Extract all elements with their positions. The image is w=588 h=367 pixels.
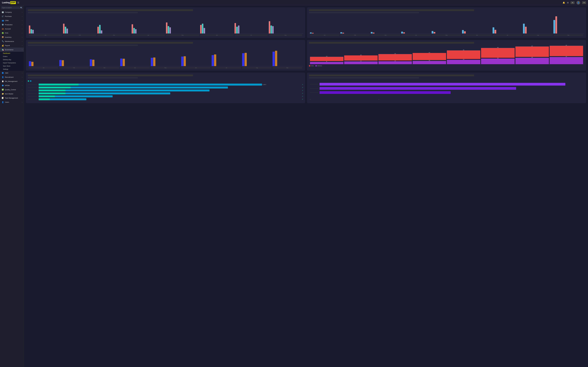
x-label: Jun bbox=[181, 67, 211, 69]
bar bbox=[184, 56, 186, 66]
search-input[interactable] bbox=[2, 7, 20, 8]
purple-hbar-row bbox=[310, 87, 583, 90]
sidebar-item-account[interactable]: 💼 Account › bbox=[0, 27, 24, 31]
topbar: Lasting ERP ☰ 🔔 ⊞ ▼ 👤 ▼ bbox=[0, 0, 588, 5]
purple-hbar-bar bbox=[320, 83, 565, 85]
bar-num-bot: 92 bbox=[326, 61, 327, 62]
chart1-subtitle bbox=[28, 12, 138, 13]
submenu-item-dashboard[interactable]: Dashboard bbox=[0, 52, 24, 55]
x-label: Jul bbox=[212, 67, 241, 69]
chevron-right-icon: › bbox=[22, 81, 22, 82]
chevron-right-icon: › bbox=[22, 72, 22, 74]
bar bbox=[168, 26, 169, 33]
chart1-xaxis: Jan Feb Mar Apr May Jun Jul Aug bbox=[28, 34, 303, 36]
topbar-btn2[interactable]: ▼ bbox=[582, 1, 586, 4]
chevron-right-icon: › bbox=[22, 11, 22, 13]
chevron-right-icon: › bbox=[22, 32, 22, 34]
bar-group bbox=[97, 25, 131, 33]
arrow-icon: ↗ bbox=[302, 90, 303, 91]
sidebar-item-quality-control[interactable]: ✅ Quality_Control › bbox=[0, 88, 24, 92]
bar-group bbox=[90, 59, 119, 66]
x-label: Apr bbox=[401, 34, 431, 36]
sidebar-item-users[interactable]: 👤 Users › bbox=[0, 100, 24, 104]
sidebar-item-company[interactable]: 🏢 Company › bbox=[0, 10, 24, 14]
bar bbox=[135, 29, 136, 33]
bar bbox=[90, 59, 92, 66]
bar-segment-bot bbox=[378, 61, 412, 64]
chart2-xaxis: Jan Feb Mar Apr May Jun Jul Aug Sep bbox=[309, 34, 584, 36]
sidebar-item-purchase[interactable]: 🛒 Purchase › bbox=[0, 14, 24, 18]
bar-segment-bot bbox=[447, 60, 480, 64]
legend-dot-blue bbox=[30, 80, 31, 82]
bar bbox=[310, 33, 312, 33]
users-icon: 👤 bbox=[1, 101, 4, 103]
bar-num-bot: 337 bbox=[566, 56, 567, 57]
arrow-icon: ↗ bbox=[302, 87, 303, 88]
chevron-right-icon: › bbox=[22, 36, 22, 38]
sidebar-item-bid-management[interactable]: 📋 Bid_Management › bbox=[0, 79, 24, 83]
hamburger-icon[interactable]: ☰ bbox=[17, 1, 19, 4]
sidebar-item-maintenance[interactable]: 🔧 Maintenance › bbox=[0, 39, 24, 43]
hbar-row: ↗ bbox=[28, 87, 303, 89]
search-icon: 🔍 bbox=[20, 7, 22, 8]
hbar-bar-wrap bbox=[39, 92, 301, 94]
bar-group bbox=[273, 51, 302, 66]
sidebar-item-pos[interactable]: 🟢 POS › bbox=[0, 31, 24, 35]
x-label: Aug bbox=[242, 67, 272, 69]
bar bbox=[494, 30, 496, 33]
sidebar-item-item-master[interactable]: 📁 Item Master › bbox=[0, 92, 24, 96]
bar-segment-top bbox=[550, 46, 583, 56]
bar bbox=[59, 60, 61, 66]
bar bbox=[272, 26, 274, 33]
topbar-btn1[interactable]: ▼ bbox=[571, 1, 574, 4]
bar-segment-top bbox=[378, 54, 412, 60]
bell-icon[interactable]: 🔔 bbox=[562, 1, 565, 4]
chart3-title bbox=[28, 42, 193, 44]
hbar-label bbox=[28, 87, 38, 88]
sidebar-item-crm[interactable]: 👥 CRM › bbox=[0, 18, 24, 23]
bar bbox=[32, 30, 34, 33]
legend-item-deliveries: Deliveries bbox=[315, 65, 322, 67]
bar-segment-bot bbox=[481, 58, 515, 64]
submenu-item-delivery-boy[interactable]: Delivery Boy bbox=[0, 58, 24, 61]
purple-hbar-label bbox=[310, 88, 319, 89]
sidebar-item-label: Quality_Control bbox=[5, 89, 16, 91]
content-area: Jan Feb Mar Apr May Jun Jul Aug bbox=[24, 5, 588, 367]
submenu-item-sync-stock[interactable]: Sync Stock bbox=[0, 65, 24, 68]
stacked-group: 487 308 bbox=[515, 46, 549, 64]
search-box[interactable]: 🔍 bbox=[1, 6, 23, 9]
chart3-subtitle bbox=[28, 45, 138, 46]
sidebar-item-inventory[interactable]: 📦 Inventory › bbox=[0, 35, 24, 39]
chart5-title bbox=[28, 75, 193, 76]
x-label: Jun bbox=[200, 34, 233, 36]
sidebar-item-task-management[interactable]: 📝 Task Management › bbox=[0, 96, 24, 100]
avatar[interactable]: 👤 bbox=[577, 1, 580, 5]
sidebar-item-amc[interactable]: 🔵 AMC › bbox=[0, 71, 24, 75]
legend-dot bbox=[315, 65, 317, 67]
sidebar-item-ecommerce[interactable]: 🛍️ Ecommerce › bbox=[0, 48, 24, 52]
bar bbox=[204, 28, 205, 33]
sidebar-item-npdm[interactable]: 🔷 NPDM › bbox=[0, 83, 24, 88]
bar-group bbox=[269, 21, 302, 33]
bar-segment-bot bbox=[550, 57, 583, 64]
submenu-item-settings[interactable]: Settings bbox=[0, 68, 24, 71]
x-label: Aug bbox=[523, 34, 553, 36]
x-label: Apr bbox=[132, 34, 165, 36]
bar bbox=[271, 25, 272, 33]
chevron-right-icon: › bbox=[22, 28, 22, 30]
grid-icon[interactable]: ⊞ bbox=[567, 1, 569, 4]
production-icon: ⚙️ bbox=[1, 23, 4, 26]
sidebar-item-payroll[interactable]: 💰 Payroll › bbox=[0, 43, 24, 48]
bar bbox=[169, 27, 171, 33]
sidebar-item-label: Task Management bbox=[5, 97, 18, 99]
submenu-item-import-transactions[interactable]: Import Transactions bbox=[0, 61, 24, 65]
x-label: May bbox=[166, 34, 199, 36]
account-icon: 💼 bbox=[1, 28, 4, 30]
arrow-icon: ↗ bbox=[302, 92, 303, 94]
bar bbox=[342, 33, 344, 33]
bar bbox=[371, 32, 373, 33]
sidebar-item-recruitment[interactable]: 👤 Recruitment › bbox=[0, 75, 24, 79]
submenu-item-orders[interactable]: Orders bbox=[0, 55, 24, 58]
sidebar-item-production[interactable]: ⚙️ Production › bbox=[0, 23, 24, 27]
bar bbox=[525, 27, 527, 33]
